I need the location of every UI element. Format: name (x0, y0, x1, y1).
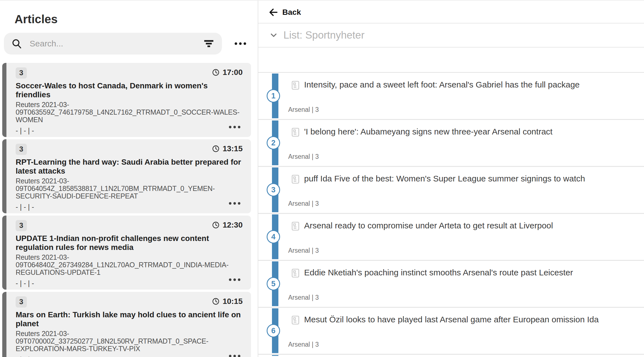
card-stats: - | - | - (16, 203, 34, 211)
item-title-row: puff Ida Five of the best: Women's Super… (258, 167, 644, 185)
item-rank-number: 4 (267, 230, 280, 243)
item-title-row: Eddie Nketiah's poaching instinct smooth… (258, 261, 644, 278)
item-rank-number: 2 (267, 136, 280, 150)
chevron-down-icon (269, 30, 278, 40)
item-title: Mesut Özil looks to have played last Ars… (304, 314, 599, 325)
item-rank-number: 3 (267, 183, 280, 197)
article-document-icon (290, 80, 301, 91)
item-title-row: Arsenal ready to compromise under Arteta… (258, 214, 644, 231)
item-rank-number: 5 (267, 277, 280, 290)
card-stats: - | - | - (16, 279, 34, 287)
article-document-icon (290, 221, 301, 231)
list-item[interactable]: 6 Mesut Özil looks to have played last A… (258, 308, 644, 354)
back-label: Back (282, 8, 301, 17)
card-accent-strip (2, 63, 6, 137)
article-card-list: 3 17:00 Soccer-Wales to host Canada, Den… (2, 63, 251, 357)
articles-overflow-menu-button[interactable] (234, 41, 247, 46)
ellipsis-icon (234, 41, 247, 46)
card-time: 12:30 (212, 221, 243, 230)
filter-button[interactable] (202, 37, 215, 50)
page-title: Articles (15, 12, 258, 27)
item-meta: Arsenal | 3 (288, 341, 319, 348)
list-spacer (258, 48, 644, 72)
article-count-badge: 3 (16, 67, 27, 79)
article-count-badge: 3 (16, 144, 27, 155)
card-time-label: 10:15 (222, 297, 243, 306)
card-time-label: 13:15 (222, 144, 243, 153)
card-title: RPT-Learning the hard way: Saudi Arabia … (16, 158, 243, 176)
item-meta: Arsenal | 3 (288, 153, 319, 160)
clock-icon (212, 221, 220, 229)
list-item[interactable]: 3 puff Ida Five of the best: Women's Sup… (258, 167, 644, 214)
card-time-label: 12:30 (222, 221, 243, 230)
article-document-icon (290, 268, 301, 278)
card-meta: Reuters 2021-03-09T063559Z_746179758_L4N… (16, 101, 243, 124)
card-top-row: 3 10:15 (16, 296, 243, 308)
item-title-row: 'I belong here': Aubameyang signs new th… (258, 120, 644, 138)
card-footer: - | - | - (16, 353, 243, 357)
search-row (4, 33, 258, 55)
next-item-partial (258, 354, 644, 356)
card-title: Soccer-Wales to host Canada, Denmark in … (16, 81, 243, 99)
arrow-left-icon (268, 7, 278, 17)
item-rank-number: 1 (267, 89, 280, 103)
card-time-label: 17:00 (222, 68, 243, 77)
item-title: Intensity, pace and a sweet left foot: A… (304, 79, 580, 90)
card-time: 10:15 (212, 297, 243, 306)
article-count-badge: 3 (16, 220, 27, 231)
item-meta: Arsenal | 3 (288, 294, 319, 301)
card-accent-strip (2, 216, 6, 290)
filter-icon (202, 37, 215, 50)
list-item[interactable]: 2 'I belong here': Aubameyang signs new … (258, 120, 644, 167)
search-icon (11, 38, 22, 49)
item-title-row: Mesut Özil looks to have played last Ars… (258, 308, 644, 325)
article-document-icon (290, 127, 301, 138)
card-top-row: 3 13:15 (16, 144, 243, 155)
list-header-toggle[interactable]: List: Sportnyheter (258, 23, 644, 48)
item-meta: Arsenal | 3 (288, 200, 319, 207)
card-time: 17:00 (212, 68, 243, 77)
card-footer: - | - | - (16, 124, 243, 135)
article-document-icon (290, 174, 301, 185)
clock-icon (212, 68, 220, 76)
card-menu-button[interactable] (228, 125, 242, 129)
card-meta: Reuters 2021-03-09T064840Z_267349284_L1N… (16, 254, 243, 276)
item-title: Arsenal ready to compromise under Arteta… (304, 220, 553, 231)
article-card[interactable]: 3 12:30 UPDATE 1-Indian non-profit chall… (2, 216, 251, 290)
card-menu-button[interactable] (228, 201, 242, 206)
list-item[interactable]: 1 Intensity, pace and a sweet left foot:… (258, 73, 644, 120)
card-accent-strip (2, 139, 6, 213)
item-title: 'I belong here': Aubameyang signs new th… (304, 126, 553, 137)
card-title: UPDATE 1-Indian non-profit challenges ne… (16, 234, 243, 252)
card-meta: Reuters 2021-03-09T070000Z_337250277_L8N… (16, 330, 243, 353)
card-menu-button[interactable] (228, 354, 242, 357)
list-header-label: List: Sportnyheter (283, 29, 364, 41)
card-time: 13:15 (212, 144, 243, 153)
article-count-badge: 3 (16, 296, 27, 308)
card-menu-button[interactable] (228, 277, 242, 282)
search-input[interactable] (30, 39, 202, 48)
back-button[interactable]: Back (268, 7, 301, 17)
list-item[interactable]: 5 Eddie Nketiah's poaching instinct smoo… (258, 261, 644, 308)
list-detail-panel: Back List: Sportnyheter 1 (258, 1, 644, 357)
article-card[interactable]: 3 10:15 Mars on Earth: Turkish lake may … (2, 292, 251, 357)
item-meta: Arsenal | 3 (288, 247, 319, 254)
clock-icon (212, 145, 220, 153)
item-title: Eddie Nketiah's poaching instinct smooth… (304, 267, 573, 278)
app-window: Articles (0, 0, 644, 357)
card-stats: - | - | - (16, 356, 34, 357)
item-rank-number: 6 (267, 324, 280, 337)
item-title-row: Intensity, pace and a sweet left foot: A… (258, 73, 644, 91)
search-bar[interactable] (4, 33, 222, 55)
article-card[interactable]: 3 13:15 RPT-Learning the hard way: Saudi… (2, 139, 251, 213)
article-card[interactable]: 3 17:00 Soccer-Wales to host Canada, Den… (2, 63, 251, 137)
card-stats: - | - | - (16, 127, 34, 135)
card-meta: Reuters 2021-03-09T064054Z_1858538817_L1… (16, 177, 243, 200)
card-title: Mars on Earth: Turkish lake may hold clu… (16, 310, 243, 328)
item-meta: Arsenal | 3 (288, 106, 319, 114)
list-item[interactable]: 4 Arsenal ready to compromise under Arte… (258, 214, 644, 261)
article-document-icon (290, 315, 301, 325)
reading-list: 1 Intensity, pace and a sweet left foot:… (258, 72, 644, 356)
clock-icon (212, 297, 220, 305)
card-accent-strip (2, 292, 6, 357)
